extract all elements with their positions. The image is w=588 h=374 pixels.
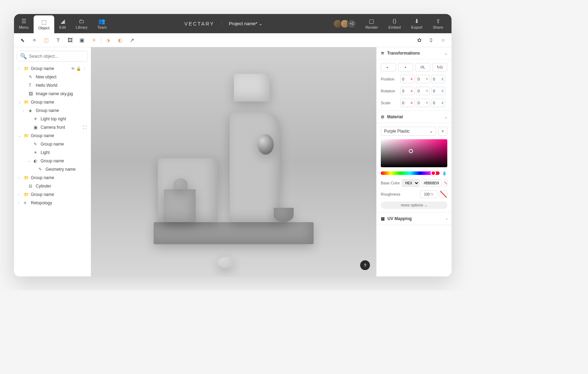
scale-x[interactable]: 0X [400,99,414,107]
pivot-origin[interactable]: • [381,63,396,71]
deform-tool[interactable]: ◐ [115,35,125,45]
share-button[interactable]: ⇪ Share [428,18,448,29]
tree-item[interactable]: ⌄📁Group name [17,132,88,140]
material-select[interactable]: Purple Plastic ⌄ [381,127,436,136]
tree-item[interactable]: ⊟Cylinder [17,182,88,190]
rotation-y[interactable]: 0Y [416,87,430,95]
search-input[interactable] [29,54,85,59]
tree-item[interactable]: ⌄📁Group name [17,98,88,106]
fullscreen-icon[interactable]: ⛶ [83,125,86,129]
camera-tool[interactable]: ▣ [77,35,87,45]
library-tab[interactable]: 🗀 Library [71,14,92,33]
tree-item-label: Light [41,150,50,155]
image-tool[interactable]: 🖼 [65,35,75,45]
project-name[interactable]: Project name* ⌄ [222,21,262,26]
pivot-center[interactable]: • [398,63,413,71]
team-tab[interactable]: 👥 Team [92,14,112,33]
export-button[interactable]: ⬇ Export [406,18,427,29]
primitive-tool[interactable]: ◫ [41,35,51,45]
leaf-icon: ✿ [417,37,422,43]
export-icon: ↗ [130,37,134,43]
position-z[interactable]: 0Z [431,75,445,83]
position-x[interactable]: 0X [400,75,414,83]
add-point-tool[interactable]: ✧ [29,35,39,45]
position-y[interactable]: 0Y [416,75,430,83]
transform-tool[interactable]: ⬗ [103,35,113,45]
expand-chevron-icon[interactable]: › [18,193,22,196]
scale-y[interactable]: 0Y [416,99,430,107]
topbar-left: ☰ Menu ⬚ Object ◢ Edit 🗀 Library 👥 Team [14,14,112,33]
item-type-icon: ☀ [34,117,38,121]
tree-item[interactable]: ›≡Retopology [17,199,88,207]
tree-item[interactable]: ✎Geometry name [17,165,88,174]
eyedropper-icon[interactable]: 💧 [442,171,447,176]
visibility-icon[interactable]: 👁 [71,66,75,71]
help-button[interactable]: ? [360,260,370,270]
add-material-button[interactable]: + [438,127,447,136]
lock-icon[interactable]: 🔓 [76,66,81,71]
color-value-input[interactable] [422,179,442,187]
hue-cursor[interactable] [430,170,436,176]
color-swatch[interactable] [444,179,447,187]
expand-chevron-icon[interactable]: › [18,201,22,205]
expand-chevron-icon[interactable]: › [18,176,22,179]
tree-item[interactable]: ›◈Group name [17,106,88,115]
pivot-local[interactable]: ↺L [415,63,430,71]
text-tool[interactable]: T [53,35,63,45]
tree-item[interactable]: ✎Group name [17,140,88,148]
color-cursor[interactable] [409,149,413,153]
more-icon[interactable]: ⋮ [83,66,86,71]
expand-chevron-icon[interactable]: ⌄ [18,100,22,104]
tree-item[interactable]: ✎New object [17,73,88,81]
text-icon: T [56,37,59,43]
tree-item[interactable]: ›📁Group name [17,190,88,199]
axes-icon: ⤧ [381,51,384,56]
library-label: Library [76,25,88,29]
expand-chevron-icon[interactable]: › [18,67,22,70]
collaborator-avatars[interactable]: +2 [335,19,356,28]
viewport[interactable]: ? [91,47,376,276]
export-tool[interactable]: ↗ [127,35,137,45]
expand-chevron-icon[interactable]: ⌄ [18,134,22,137]
circle-tool[interactable]: ○ [438,35,448,45]
select-tool[interactable]: ⬉ [18,35,27,45]
camera-icon: ▣ [79,37,84,43]
chevron-down-icon: ⌄ [444,51,447,55]
leaf-tool[interactable]: ✿ [414,35,424,45]
roughness-swatch[interactable] [440,190,447,198]
tree-item[interactable]: ☀Light top right [17,115,88,123]
object-tab[interactable]: ⬚ Object [34,15,55,33]
rotation-z[interactable]: 0Z [431,87,445,95]
transformations-header[interactable]: ⤧ Transformations ⌄ [377,47,451,59]
magnet-tool[interactable]: ⧲ [426,35,436,45]
tree-item[interactable]: ☀Light [17,148,88,157]
pivot-global[interactable]: ↻G [432,63,447,71]
scale-z[interactable]: 0Z [431,99,445,107]
expand-chevron-icon[interactable]: ⌄ [28,159,31,163]
material-header[interactable]: ⊘ Material ⌄ [377,111,451,123]
search-box[interactable]: 🔍 [17,51,88,62]
roughness-label: Roughness [381,192,418,196]
menu-tab[interactable]: ☰ Menu [14,14,34,33]
tree-item[interactable]: ›📁Group name👁🔓⋮ [17,64,88,73]
hue-slider[interactable] [381,171,440,175]
avatar-more[interactable]: +2 [347,19,356,28]
rotation-x[interactable]: 0X [400,87,414,95]
color-picker-area[interactable] [381,139,447,167]
color-format-select[interactable]: HEX [402,179,420,187]
tree-item[interactable]: 🖼Image name sky.jpg [17,90,88,98]
more-options-button[interactable]: more options ⌄ [381,202,447,209]
team-label: Team [97,25,107,29]
render-button[interactable]: ▢ Render [360,18,383,29]
tree-item[interactable]: THello World [17,81,88,90]
tree-item[interactable]: ⌄◐Group name [17,157,88,165]
expand-chevron-icon[interactable]: › [23,109,27,112]
tree-item[interactable]: ›📁Group name [17,174,88,182]
item-type-icon: ◈ [29,108,34,113]
roughness-input[interactable]: 100 % [420,190,438,198]
embed-button[interactable]: ⟨⟩ Embed [384,18,406,29]
tree-item[interactable]: ▣Camera front⛶ [17,123,88,132]
uv-mapping-header[interactable]: ▦ UV Mapping › [377,213,451,225]
light-tool[interactable]: ☀ [89,35,99,45]
edit-tab[interactable]: ◢ Edit [54,14,71,33]
